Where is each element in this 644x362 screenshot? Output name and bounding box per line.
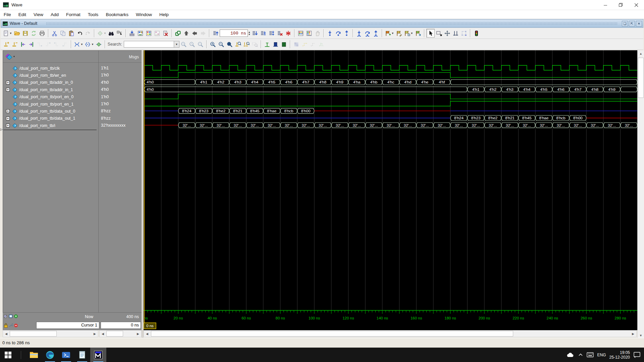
names-hscrollbar[interactable]: ◀ ▶ xyxy=(3,330,98,337)
names-panel-header[interactable] xyxy=(3,51,98,63)
language-indicator[interactable]: ENG xyxy=(597,353,606,357)
signal-value[interactable]: 4'h0 xyxy=(99,86,142,93)
wave-hscrollbar[interactable]: ◀ ▶ xyxy=(144,330,637,337)
search-down-button[interactable] xyxy=(179,40,188,49)
expand-plus-icon[interactable]: + xyxy=(6,109,10,113)
menu-window[interactable]: Window xyxy=(132,11,156,18)
bookmark-edit-button[interactable] xyxy=(395,29,403,38)
save-button[interactable] xyxy=(21,29,30,38)
delete-cursor-icon[interactable] xyxy=(14,323,18,328)
signal-row[interactable]: /dual_port_rom_tb/clk xyxy=(3,65,98,72)
signal-value[interactable]: 8'hzz xyxy=(99,115,142,122)
run-all-button[interactable] xyxy=(267,29,276,38)
signal-row[interactable]: /dual_port_rom_tb/port_en_1 xyxy=(3,101,98,108)
signal-value[interactable]: 4'h0 xyxy=(99,79,142,86)
run-button[interactable] xyxy=(251,29,259,38)
cursor-add-button[interactable] xyxy=(2,40,10,49)
zoom-in-button[interactable] xyxy=(209,40,217,49)
search-up-button[interactable] xyxy=(188,40,196,49)
taskbar-edge-icon[interactable] xyxy=(42,348,58,362)
menu-bookmarks[interactable]: Bookmarks xyxy=(102,11,132,18)
reload-button[interactable] xyxy=(30,29,38,38)
sync-cursor-icon[interactable] xyxy=(14,314,18,318)
hand-pause-button[interactable] xyxy=(313,29,322,38)
cursor-value-cell[interactable]: 0 ns xyxy=(101,322,141,329)
edge-prev-rise-button[interactable] xyxy=(44,40,52,49)
signal-value[interactable]: 1'h0 xyxy=(99,72,142,79)
signal-value[interactable]: 1'h0 xyxy=(99,94,142,101)
copy-button[interactable] xyxy=(59,29,67,38)
search-input[interactable] xyxy=(124,41,174,48)
sim-matrix-b-button[interactable] xyxy=(305,29,313,38)
edge-next-fall-button[interactable] xyxy=(52,40,61,49)
paste-button[interactable] xyxy=(67,29,75,38)
expand-plus-icon[interactable]: + xyxy=(6,117,10,120)
edge-prev-button[interactable] xyxy=(19,40,27,49)
tray-chevron-up-icon[interactable] xyxy=(578,352,583,358)
group-diamond-icon[interactable] xyxy=(5,53,15,60)
open-folder-button[interactable] xyxy=(13,29,21,38)
signal-names-panel[interactable]: /dual_port_rom_tb/clk/dual_port_rom_tb/w… xyxy=(3,50,98,312)
restart-button[interactable] xyxy=(211,29,220,38)
fmt-expand-off-button[interactable] xyxy=(292,40,301,49)
search-options-button[interactable] xyxy=(196,40,205,49)
pane-undock-button[interactable]: ⇱ xyxy=(629,21,635,26)
cursor-pair-mode-button[interactable] xyxy=(451,29,460,38)
new-document-button[interactable]: ▼ xyxy=(2,29,13,38)
wave-editor-b-button[interactable] xyxy=(145,29,153,38)
zoom-cursor-button[interactable] xyxy=(234,40,242,49)
undo-button[interactable] xyxy=(75,29,84,38)
onedrive-cloud-icon[interactable] xyxy=(566,352,575,358)
wave-scroll-left[interactable]: ◀ xyxy=(144,330,150,337)
stop-sim-button[interactable] xyxy=(284,29,292,38)
notification-center-icon[interactable] xyxy=(633,352,641,358)
edge-next-rise-button[interactable] xyxy=(61,40,69,49)
sim-matrix-a-button[interactable] xyxy=(297,29,305,38)
taskbar-notepad-icon[interactable] xyxy=(74,348,90,362)
minimize-button[interactable] xyxy=(598,0,613,10)
values-scroll-left[interactable]: ◀ xyxy=(100,330,106,337)
expand-plus-icon[interactable]: + xyxy=(6,88,10,92)
start-button[interactable] xyxy=(0,348,16,362)
fmt-event-button[interactable] xyxy=(280,40,288,49)
clock[interactable]: 19:05 25-12-2020 xyxy=(609,350,630,360)
select-mode-button[interactable] xyxy=(426,29,435,38)
signal-row[interactable]: /dual_port_rom_tb/port_en_0 xyxy=(3,94,98,101)
signal-value[interactable]: 32'hxxxxxxxx xyxy=(99,122,142,129)
expand-plus-icon[interactable]: + xyxy=(6,124,10,127)
find-binoculars-button[interactable] xyxy=(107,29,115,38)
vertical-scroll-thumb[interactable] xyxy=(638,58,644,98)
pane-close-button[interactable]: ✕ xyxy=(636,21,642,26)
zoom-range-button[interactable] xyxy=(242,40,251,49)
run-length-spinner[interactable]: ▲▼ xyxy=(248,31,251,36)
run-continue-button[interactable] xyxy=(259,29,267,38)
menu-tools[interactable]: Tools xyxy=(84,11,102,18)
timeline-ruler[interactable]: 0 ns20 ns40 ns60 ns80 ns100 ns120 ns140 … xyxy=(144,310,637,330)
zoom-misc-button[interactable] xyxy=(251,40,259,49)
pan-mode-button[interactable] xyxy=(443,29,451,38)
pane-dock-button[interactable]: ❏ xyxy=(622,21,628,26)
lock-time-icon[interactable] xyxy=(9,314,13,318)
collapse-time-button[interactable]: ▼ xyxy=(73,40,84,49)
values-scroll-right[interactable]: ▶ xyxy=(135,330,141,337)
signal-row[interactable]: /dual_port_rom_tb/wr_en xyxy=(3,72,98,79)
go-back-button[interactable] xyxy=(191,29,199,38)
add-to-wave-button[interactable] xyxy=(128,29,136,38)
compile-diamond-button[interactable]: ▼ xyxy=(96,29,107,38)
expand-plus-icon[interactable]: + xyxy=(6,81,10,84)
expand-tree-button[interactable] xyxy=(115,29,124,38)
delete-item-button[interactable] xyxy=(161,29,170,38)
collapse-diamond-button[interactable] xyxy=(95,40,103,49)
pane-drag-handle[interactable] xyxy=(46,22,618,25)
fmt-logic-button[interactable] xyxy=(271,40,280,49)
menu-add[interactable]: Add xyxy=(47,11,62,18)
taskbar-modelsim-icon[interactable] xyxy=(90,348,106,362)
signal-row[interactable]: +/dual_port_rom_tb/data_out_1 xyxy=(3,115,98,122)
go-forward-button[interactable] xyxy=(199,29,207,38)
signal-row[interactable]: +/dual_port_rom_tb/data_out_0 xyxy=(3,108,98,115)
names-scroll-left[interactable]: ◀ xyxy=(3,330,9,337)
redo-button[interactable] xyxy=(84,29,92,38)
signal-values-panel[interactable]: Msgs 1'h11'h04'h04'h01'h01'h08'hzz8'hzz3… xyxy=(98,50,142,312)
step-into-button[interactable] xyxy=(326,29,334,38)
edit-grid-mode-button[interactable] xyxy=(460,29,468,38)
